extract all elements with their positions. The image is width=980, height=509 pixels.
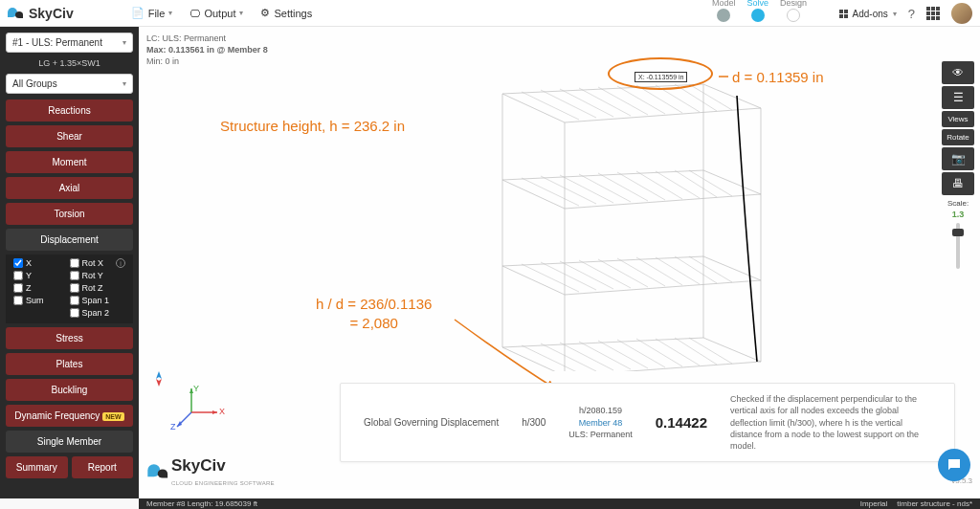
torsion-button[interactable]: Torsion xyxy=(6,203,133,225)
apps-icon[interactable] xyxy=(926,7,940,20)
scale-slider[interactable] xyxy=(956,223,960,269)
svg-line-31 xyxy=(541,343,596,371)
svg-line-25 xyxy=(617,258,665,286)
check-roty[interactable]: Rot Y xyxy=(70,271,126,280)
status-units[interactable]: Imperial xyxy=(860,499,887,508)
camera-icon[interactable]: 📷 xyxy=(942,147,974,170)
svg-line-32 xyxy=(560,343,613,370)
menu-addons[interactable]: Add-ons ▾ xyxy=(839,9,897,19)
rotate-button[interactable]: Rotate xyxy=(942,129,974,145)
single-member-button[interactable]: Single Member xyxy=(6,431,133,453)
check-y[interactable]: Y xyxy=(13,271,70,280)
svg-text:Y: Y xyxy=(193,384,199,393)
summary-button[interactable]: Summary xyxy=(6,456,68,478)
menu-output[interactable]: 🖵 Output ▾ xyxy=(189,7,243,19)
reactions-button[interactable]: Reactions xyxy=(6,100,133,122)
check-sum[interactable]: Sum xyxy=(13,296,70,305)
plates-button[interactable]: Plates xyxy=(6,353,133,375)
displacement-button[interactable]: Displacement xyxy=(6,229,133,251)
check-span2[interactable]: Span 2 xyxy=(70,308,126,318)
menu-file[interactable]: 📄 File ▾ xyxy=(131,7,173,19)
svg-line-29 xyxy=(689,256,732,282)
result-description: Checked if the displacement perpendicula… xyxy=(719,393,943,452)
svg-line-17 xyxy=(656,171,700,198)
svg-line-15 xyxy=(617,172,665,200)
svg-marker-52 xyxy=(212,410,217,414)
svg-line-4 xyxy=(598,87,648,115)
svg-line-3 xyxy=(579,88,631,116)
check-x[interactable]: X xyxy=(13,258,70,268)
svg-line-19 xyxy=(689,170,732,196)
svg-line-16 xyxy=(636,171,682,199)
svg-line-13 xyxy=(579,174,631,202)
axes-icon: Y X Z xyxy=(167,384,225,432)
logo-icon xyxy=(8,7,25,20)
svg-line-33 xyxy=(579,342,631,369)
svg-marker-55 xyxy=(156,379,162,387)
result-info: LC: ULS: Permanent Max: 0.113561 in @ Me… xyxy=(146,33,268,67)
svg-line-1 xyxy=(541,90,596,118)
svg-text:Z: Z xyxy=(170,422,176,432)
views-button[interactable]: Views xyxy=(942,111,974,127)
check-span1[interactable]: Span 1 xyxy=(70,296,126,305)
structure-wireframe xyxy=(474,55,876,371)
svg-line-22 xyxy=(560,261,613,289)
svg-line-0 xyxy=(522,92,579,120)
svg-line-2 xyxy=(560,89,613,117)
footer-logo: SkyCiv CLOUD ENGINEERING SOFTWARE xyxy=(150,456,275,487)
mode-model[interactable]: Model xyxy=(706,0,742,22)
view-toolbar: 👁 ☰ Views Rotate 📷 🖶 Scale: 1.3 xyxy=(942,61,974,269)
status-bar: Member #8 Length: 19.685039 ft Imperial … xyxy=(139,498,980,509)
svg-line-14 xyxy=(598,173,648,201)
report-button[interactable]: Report xyxy=(72,456,134,478)
check-z[interactable]: Z xyxy=(13,283,70,293)
result-title: Global Governing Displacement xyxy=(352,417,510,428)
loadcase-select[interactable]: #1 - ULS: Permanent▾ xyxy=(6,33,133,53)
check-rotz[interactable]: Rot Z xyxy=(70,283,126,293)
svg-line-24 xyxy=(598,259,648,287)
avatar[interactable] xyxy=(951,3,972,24)
moment-button[interactable]: Moment xyxy=(6,151,133,173)
menu-settings[interactable]: ⚙ Settings xyxy=(260,7,312,19)
status-model[interactable]: timber structure - nds* xyxy=(897,499,972,508)
check-rotx[interactable]: Rot Xi xyxy=(70,258,126,268)
canvas-viewport[interactable]: LC: ULS: Permanent Max: 0.113561 in @ Me… xyxy=(139,27,980,498)
help-icon[interactable]: ? xyxy=(908,7,915,21)
scale-value: 1.3 xyxy=(952,210,965,219)
annot-d: d = 0.11359 in xyxy=(732,69,824,85)
svg-line-34 xyxy=(598,341,648,368)
info-icon[interactable]: i xyxy=(116,258,125,268)
axial-button[interactable]: Axial xyxy=(6,177,133,199)
shear-button[interactable]: Shear xyxy=(6,125,133,147)
buckling-button[interactable]: Buckling xyxy=(6,379,133,401)
print-icon[interactable]: 🖶 xyxy=(942,172,974,195)
scale-label: Scale: xyxy=(947,199,969,208)
displacement-options: X Rot Xi Y Rot Y Z Rot Z Sum Span 1 Span… xyxy=(6,254,133,323)
result-limit: h/300 xyxy=(510,417,557,428)
mode-design[interactable]: Design xyxy=(774,0,813,22)
dynfreq-button[interactable]: Dynamic FrequencyNEW xyxy=(6,405,133,427)
svg-text:X: X xyxy=(219,407,225,416)
svg-line-35 xyxy=(617,340,665,367)
compass-icon[interactable] xyxy=(151,371,167,387)
svg-line-20 xyxy=(522,264,579,292)
svg-line-23 xyxy=(579,260,631,288)
visibility-icon[interactable]: 👁 xyxy=(942,61,974,84)
svg-line-27 xyxy=(656,257,700,284)
svg-line-26 xyxy=(636,257,682,285)
layers-icon[interactable]: ☰ xyxy=(942,86,974,109)
result-panel: Global Governing Displacement h/300 h/20… xyxy=(340,383,955,462)
groups-select[interactable]: All Groups▾ xyxy=(6,74,133,94)
svg-line-9 xyxy=(689,84,732,110)
result-member-link[interactable]: Member 48 xyxy=(579,418,623,428)
brand-logo[interactable]: SkyCiv xyxy=(8,6,74,21)
svg-line-12 xyxy=(560,175,613,203)
result-member: h/2080.159 Member 48 ULS: Permanent xyxy=(557,405,644,439)
mode-solve[interactable]: Solve xyxy=(741,0,774,22)
result-value: 0.14422 xyxy=(644,414,719,431)
stress-button[interactable]: Stress xyxy=(6,327,133,349)
svg-line-37 xyxy=(656,339,700,365)
brand-text: SkyCiv xyxy=(29,6,74,21)
svg-line-21 xyxy=(541,262,596,290)
chat-button[interactable] xyxy=(938,449,970,481)
